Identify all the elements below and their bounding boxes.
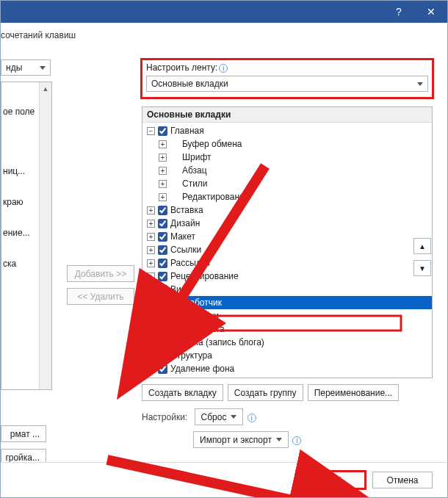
commands-listbox[interactable]: ое поле▶ниц...▶краюение...ска▶▶▶ ▲ — [1, 82, 52, 390]
expand-icon[interactable]: + — [147, 259, 155, 267]
tree-node-label: Стили — [182, 178, 208, 189]
tree-node[interactable]: +Буфер обмена — [144, 137, 432, 151]
tree-checkbox[interactable] — [158, 364, 167, 374]
tree-node[interactable]: +Структура — [144, 349, 432, 362]
list-item-label: ска — [3, 259, 16, 269]
tree-node-label: Шрифт — [182, 152, 211, 162]
format-button-frag[interactable]: рмат ... — [1, 425, 46, 442]
tree-checkbox[interactable] — [158, 272, 167, 281]
tree-checkbox[interactable] — [158, 338, 167, 347]
scrollbar[interactable]: ▲ — [39, 82, 51, 389]
expand-icon[interactable]: + — [147, 325, 155, 333]
tree-node[interactable]: +Рецензирование — [144, 270, 432, 283]
tree-node[interactable]: +Запись блога — [144, 322, 432, 336]
tree-node[interactable]: +Рассылки — [144, 256, 432, 270]
chevron-down-icon — [417, 82, 423, 86]
tree-checkbox[interactable] — [158, 219, 167, 228]
tree-node-label: Надстройки — [170, 311, 219, 321]
tree-node-label: Удаление фона — [170, 364, 234, 374]
scroll-up-icon[interactable]: ▲ — [40, 82, 51, 95]
move-up-button[interactable]: ▲ — [413, 238, 431, 254]
list-item-label: краю — [3, 197, 24, 207]
tree-checkbox[interactable] — [158, 245, 167, 255]
tree-checkbox[interactable] — [158, 126, 167, 136]
commands-combo-text: нды — [6, 62, 22, 73]
tree-node-label: Вид — [170, 284, 187, 295]
expand-icon[interactable]: + — [147, 352, 155, 360]
ribbon-tree[interactable]: Основные вкладки −Главная+Буфер обмена+Ш… — [142, 107, 433, 378]
ribbon-combo-text: Основные вкладки — [151, 79, 228, 89]
tree-node[interactable]: +Вставка (запись блога) — [144, 336, 432, 349]
tree-checkbox[interactable] — [158, 325, 167, 334]
tree-checkbox[interactable] — [158, 206, 167, 215]
tree-node[interactable]: +Надстройки — [144, 309, 432, 322]
expand-icon[interactable]: + — [147, 233, 155, 241]
expand-icon[interactable]: + — [147, 286, 155, 294]
commands-combo[interactable]: нды — [1, 59, 51, 76]
reset-dropdown[interactable]: Сброс — [195, 408, 244, 425]
tree-checkbox[interactable] — [158, 259, 167, 268]
tree-node-label: Рассылки — [170, 258, 210, 268]
collapse-icon[interactable]: − — [147, 127, 155, 135]
expand-icon[interactable]: + — [147, 299, 155, 307]
tree-node-label: Макет — [170, 231, 195, 242]
tree-node[interactable]: +Разработчик — [144, 296, 432, 309]
cancel-button[interactable]: Отмена — [372, 472, 433, 488]
info-icon[interactable]: i — [219, 64, 228, 73]
tree-node-label: Редактирование — [182, 192, 249, 202]
tree-checkbox[interactable] — [158, 285, 167, 295]
add-button[interactable]: Добавить >> — [67, 265, 134, 282]
expand-icon[interactable]: + — [147, 312, 155, 320]
expand-icon[interactable]: + — [159, 193, 167, 201]
expand-icon[interactable]: + — [147, 339, 155, 347]
tree-node[interactable]: +Удаление фона — [144, 362, 432, 375]
list-item-label: ение... — [3, 228, 30, 238]
new-group-button[interactable]: Создать группу — [228, 384, 303, 401]
tree-node-label: Ссылки — [170, 245, 201, 255]
expand-icon[interactable]: + — [147, 220, 155, 228]
tree-node[interactable]: +Стили — [144, 177, 432, 190]
expand-icon[interactable]: + — [159, 140, 167, 148]
tree-checkbox[interactable] — [158, 351, 167, 361]
info-icon[interactable]: i — [248, 414, 256, 422]
import-export-dropdown[interactable]: Импорт и экспорт — [193, 431, 289, 448]
tree-node-label: Вставка — [170, 205, 203, 215]
expand-icon[interactable]: + — [147, 273, 155, 281]
help-button[interactable]: ? — [383, 1, 415, 23]
rename-button[interactable]: Переименование... — [308, 384, 400, 401]
new-tab-button[interactable]: Создать вкладку — [142, 384, 223, 401]
move-down-button[interactable]: ▼ — [413, 260, 431, 276]
expand-icon[interactable]: + — [147, 206, 155, 214]
expand-icon[interactable]: + — [159, 167, 167, 175]
tree-node-label: Разработчик — [170, 297, 222, 308]
tree-node-label: Рецензирование — [170, 271, 239, 281]
tree-node[interactable]: +Ссылки — [144, 243, 432, 256]
expand-icon[interactable]: + — [147, 365, 155, 373]
remove-button[interactable]: << Удалить — [67, 288, 134, 305]
tree-node[interactable]: +Дизайн — [144, 217, 432, 230]
tree-node[interactable]: +Макет — [144, 230, 432, 243]
tree-node[interactable]: +Вставка — [144, 203, 432, 217]
expand-icon[interactable]: + — [159, 154, 167, 162]
tree-node[interactable]: +Абзац — [144, 164, 432, 177]
expand-icon[interactable]: + — [159, 180, 167, 188]
tree-node-label: Главная — [170, 126, 204, 136]
tree-node[interactable]: −Главная — [144, 124, 432, 137]
tree-node[interactable]: +Редактирование — [144, 190, 432, 203]
tree-checkbox[interactable] — [158, 232, 167, 242]
ribbon-combo[interactable]: Основные вкладки — [146, 76, 428, 92]
close-button[interactable]: ✕ — [415, 1, 447, 23]
tree-node-label: Структура — [170, 350, 212, 361]
right-column: Настроить ленту:i Основные вкладки Основ… — [142, 59, 433, 448]
left-column: нды ое поле▶ниц...▶краюение...ска▶▶▶ ▲ — [1, 59, 52, 390]
transfer-buttons: Добавить >> << Удалить — [67, 265, 134, 305]
tree-node-label: Буфер обмена — [182, 139, 242, 149]
tree-node[interactable]: +Вид — [144, 283, 432, 296]
tree-node-label: Вставка (запись блога) — [170, 337, 264, 347]
tree-node[interactable]: +Шрифт — [144, 151, 432, 164]
ok-button[interactable]: ОК — [305, 472, 365, 488]
tree-checkbox[interactable] — [158, 311, 167, 321]
info-icon[interactable]: i — [292, 436, 301, 445]
tree-checkbox[interactable] — [158, 298, 167, 308]
expand-icon[interactable]: + — [147, 246, 155, 254]
